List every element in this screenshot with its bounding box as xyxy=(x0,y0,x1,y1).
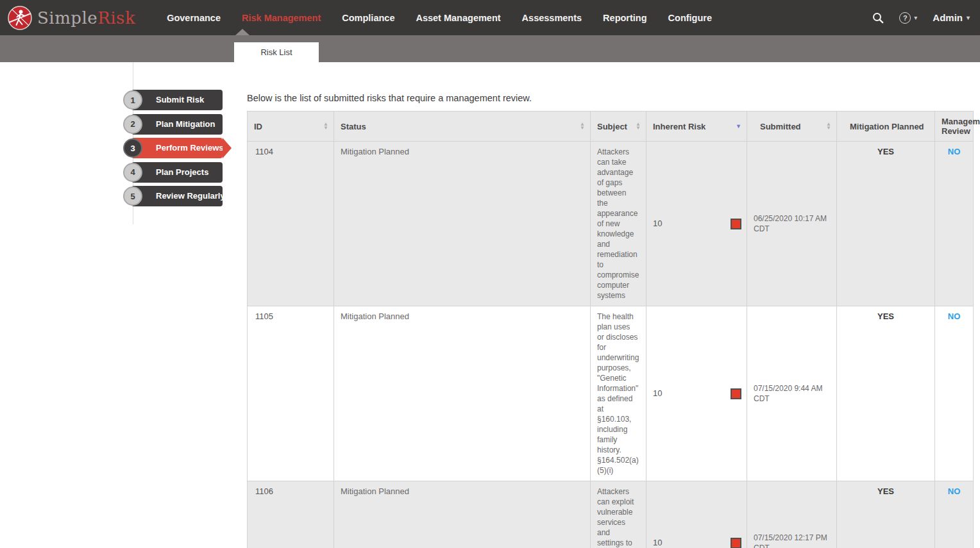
nav-item[interactable]: Asset Management xyxy=(412,9,503,27)
cell-inherent-risk: 10 xyxy=(646,481,747,548)
column-label: ID xyxy=(254,122,262,131)
process-steps: 1 Submit Risk 2 Plan Mitigation 3 Perfor… xyxy=(123,90,235,210)
cell-id: 1105 xyxy=(248,306,334,481)
step-item[interactable]: 4 Plan Projects xyxy=(131,162,223,183)
main-nav: Governance Risk Management Compliance As… xyxy=(164,9,715,27)
step-label: Plan Mitigation xyxy=(156,114,223,135)
nav-right: ? ▾ Admin ▾ xyxy=(872,0,970,35)
step-label: Review Regularly xyxy=(156,186,223,206)
chevron-down-icon: ▾ xyxy=(967,14,970,21)
column-label: Submitted xyxy=(760,122,801,131)
cell-mitigation-planned: YES xyxy=(837,142,935,306)
nav-item[interactable]: Compliance xyxy=(339,9,398,27)
step-label: Perform Reviews xyxy=(156,138,223,158)
sort-icon: ▲▼ xyxy=(636,122,641,130)
admin-menu[interactable]: Admin ▾ xyxy=(933,12,970,23)
cell-status: Mitigation Planned xyxy=(334,481,591,548)
column-header[interactable]: Subject ▲▼ xyxy=(591,112,646,142)
step-number: 3 xyxy=(123,138,142,158)
sort-icon: ▲▼ xyxy=(580,122,585,130)
intro-text: Below is the list of submitted risks tha… xyxy=(247,93,974,103)
table-body: 1104 Mitigation Planned Attackers can ta… xyxy=(248,142,974,548)
column-header[interactable]: ID ▲▼ xyxy=(248,112,334,142)
simplerisk-logo-icon xyxy=(8,6,32,30)
column-header[interactable]: Mitigation Planned ▲▼ xyxy=(837,112,935,142)
table-row: 1104 Mitigation Planned Attackers can ta… xyxy=(248,142,974,306)
column-label: Mitigation Planned xyxy=(850,122,924,131)
brand-text: SimpleRisk xyxy=(37,8,135,28)
table-row: 1106 Mitigation Planned Attackers can ex… xyxy=(248,481,974,548)
search-icon[interactable] xyxy=(872,12,884,24)
cell-management-review: NO xyxy=(935,142,974,306)
column-header[interactable]: Inherent Risk ▲▼ xyxy=(646,112,747,142)
nav-item[interactable]: Reporting xyxy=(600,9,650,27)
column-label: Subject xyxy=(597,122,627,131)
dropdown-pointer-icon xyxy=(235,29,249,35)
help-icon: ? xyxy=(899,12,911,24)
cell-inherent-risk: 10 xyxy=(646,142,747,306)
risk-level-icon[interactable] xyxy=(731,538,741,548)
column-label: Management Review xyxy=(942,117,980,136)
step-item[interactable]: 2 Plan Mitigation xyxy=(131,114,223,135)
cell-submitted: 07/15/2020 12:17 PM CDT xyxy=(747,481,837,548)
risk-score: 10 xyxy=(653,219,662,229)
cell-submitted: 07/15/2020 9:44 AM CDT xyxy=(747,306,837,481)
step-number: 2 xyxy=(123,115,142,134)
nav-item[interactable]: Governance xyxy=(164,9,224,27)
column-header[interactable]: Status ▲▼ xyxy=(334,112,591,142)
risk-list-content: Below is the list of submitted risks tha… xyxy=(247,62,974,548)
column-label: Inherent Risk xyxy=(653,122,705,131)
table-header: ID ▲▼ Status ▲▼ Subject xyxy=(248,112,974,142)
step-number: 5 xyxy=(123,187,142,206)
step-number: 1 xyxy=(123,90,142,110)
risk-level-icon[interactable] xyxy=(731,219,741,229)
tab-risk-list[interactable]: Risk List xyxy=(234,42,319,62)
step-item[interactable]: 3 Perform Reviews xyxy=(131,138,223,158)
column-label: Status xyxy=(341,122,366,131)
step-label: Plan Projects xyxy=(156,162,223,183)
admin-label: Admin xyxy=(933,12,963,23)
risk-score: 10 xyxy=(653,388,662,399)
cell-subject[interactable]: The health plan uses or discloses for un… xyxy=(591,306,646,481)
management-review-link[interactable]: NO xyxy=(948,486,961,496)
sort-icon: ▲▼ xyxy=(736,124,741,128)
risk-table: ID ▲▼ Status ▲▼ Subject xyxy=(247,111,974,548)
step-number: 4 xyxy=(123,163,142,182)
table-header-row: ID ▲▼ Status ▲▼ Subject xyxy=(248,112,974,142)
nav-item[interactable]: Assessments xyxy=(519,9,586,27)
cell-id: 1104 xyxy=(248,142,334,306)
nav-item[interactable]: Risk Management xyxy=(239,9,324,27)
nav-item[interactable]: Configure xyxy=(665,9,715,27)
column-header[interactable]: Submitted ▲▼ xyxy=(747,112,837,142)
sort-icon: ▲▼ xyxy=(826,122,831,130)
risk-score: 10 xyxy=(653,538,662,548)
chevron-down-icon: ▾ xyxy=(914,14,917,21)
cell-inherent-risk: 10 xyxy=(646,306,747,481)
brand[interactable]: SimpleRisk xyxy=(8,6,135,30)
risk-level-icon[interactable] xyxy=(731,388,741,399)
subnav-bar: Risk List xyxy=(0,35,980,62)
step-item[interactable]: 5 Review Regularly xyxy=(131,186,223,206)
cell-status: Mitigation Planned xyxy=(334,142,591,306)
help-menu[interactable]: ? ▾ xyxy=(899,12,917,24)
cell-management-review: NO xyxy=(935,306,974,481)
column-header[interactable]: Management Review ▲▼ xyxy=(935,112,974,142)
step-item[interactable]: 1 Submit Risk xyxy=(131,90,223,110)
cell-mitigation-planned: YES xyxy=(837,481,935,548)
sort-icon: ▲▼ xyxy=(323,122,328,130)
cell-management-review: NO xyxy=(935,481,974,548)
management-review-link[interactable]: NO xyxy=(948,311,961,321)
cell-subject[interactable]: Attackers can take advantage of gaps bet… xyxy=(591,142,646,306)
cell-mitigation-planned: YES xyxy=(837,306,935,481)
cell-subject[interactable]: Attackers can exploit vulnerable service… xyxy=(591,481,646,548)
cell-id: 1106 xyxy=(248,481,334,548)
cell-submitted: 06/25/2020 10:17 AM CDT xyxy=(747,142,837,306)
management-review-link[interactable]: NO xyxy=(948,147,961,156)
top-navbar: SimpleRisk Governance Risk Management Co… xyxy=(0,0,980,35)
cell-status: Mitigation Planned xyxy=(334,306,591,481)
table-row: 1105 Mitigation Planned The health plan … xyxy=(248,306,974,481)
step-label: Submit Risk xyxy=(156,90,223,110)
